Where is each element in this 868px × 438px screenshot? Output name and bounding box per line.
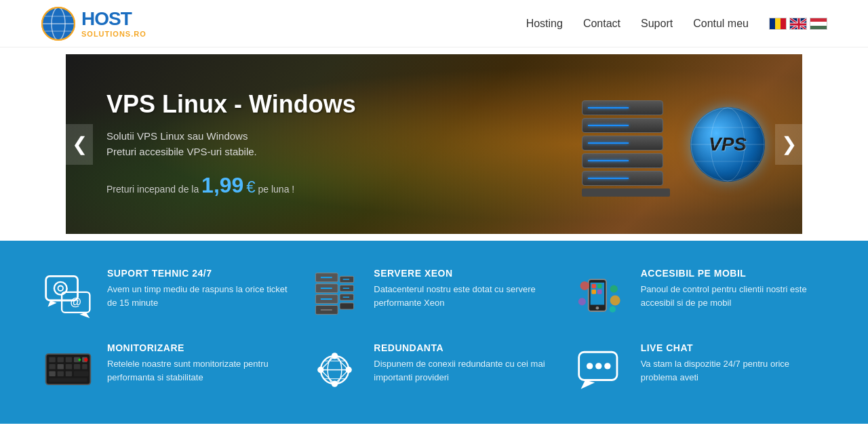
svg-rect-61: [49, 378, 87, 382]
feature-redundanta-text: REDUNDANTA Dispunem de conexii redundant…: [374, 342, 560, 384]
feature-monitorizare-text: MONITORIZARE Retelele noastre sunt monit…: [107, 342, 294, 384]
hero-title: VPS Linux - Windows: [106, 90, 504, 119]
svg-rect-37: [592, 283, 597, 288]
svg-point-79: [595, 363, 601, 369]
header: HOST SOLUTIONS.RO Hosting Contact Suport…: [0, 0, 868, 47]
logo-host-text: HOST: [81, 9, 146, 30]
svg-point-14: [58, 285, 63, 291]
svg-rect-55: [73, 364, 79, 370]
redundanta-icon: [307, 342, 361, 397]
main-nav: Hosting Contact Suport Contul meu: [526, 18, 827, 30]
svg-point-36: [596, 306, 599, 309]
chat-icon: [574, 342, 629, 397]
svg-rect-40: [597, 290, 602, 294]
flag-hungary[interactable]: [810, 18, 827, 30]
svg-rect-30: [340, 302, 354, 308]
feature-livechat-text: LIVE CHAT Va stam la dispozitie 24/7 pen…: [641, 342, 827, 384]
svg-rect-38: [597, 283, 602, 288]
features-section: @ SUPORT TEHNIC 24/7 Avem un timp mediu …: [0, 241, 868, 424]
features-grid: @ SUPORT TEHNIC 24/7 Avem un timp mediu …: [41, 268, 827, 397]
nav-hosting[interactable]: Hosting: [526, 18, 563, 30]
carousel-next-button[interactable]: ❯: [775, 124, 802, 165]
vps-globe: VPS: [690, 107, 765, 182]
svg-point-42: [610, 285, 618, 292]
flag-romania[interactable]: [769, 18, 787, 30]
svg-rect-39: [592, 290, 597, 294]
hero-image: VPS: [545, 54, 802, 234]
nav-contact[interactable]: Contact: [583, 18, 620, 30]
feature-mobil-text: ACCESIBIL PE MOBIL Panoul de control pen…: [641, 268, 827, 309]
svg-rect-53: [57, 364, 63, 370]
svg-point-62: [83, 357, 87, 361]
hero-content: VPS Linux - Windows Solutii VPS Linux sa…: [66, 70, 545, 218]
hero-banner: ❮ VPS Linux - Windows Solutii VPS Linux …: [66, 54, 802, 234]
logo[interactable]: HOST SOLUTIONS.RO: [41, 6, 146, 41]
svg-point-80: [604, 363, 610, 369]
svg-point-45: [610, 306, 616, 312]
hero-subtitle: Solutii VPS Linux sau Windows Preturi ac…: [106, 129, 504, 159]
logo-solutions-text: SOLUTIONS.RO: [81, 30, 146, 38]
svg-text:@: @: [70, 295, 81, 308]
feature-mobil: ACCESIBIL PE MOBIL Panoul de control pen…: [574, 268, 827, 322]
flag-uk[interactable]: [789, 18, 807, 30]
language-flags: [769, 18, 827, 30]
mobile-icon: [574, 268, 629, 322]
feature-servere-text: SERVERE XEON Datacenterul nostru este do…: [374, 268, 560, 309]
logo-globe-icon: [41, 6, 76, 41]
feature-livechat: LIVE CHAT Va stam la dispozitie 24/7 pen…: [574, 342, 827, 397]
svg-marker-18: [79, 312, 90, 317]
feature-suport: @ SUPORT TEHNIC 24/7 Avem un timp mediu …: [41, 268, 294, 322]
nav-contul-meu[interactable]: Contul meu: [693, 18, 749, 30]
svg-rect-59: [65, 371, 71, 376]
feature-servere: SERVERE XEON Datacenterul nostru este do…: [307, 268, 560, 322]
svg-rect-60: [73, 371, 88, 376]
server-xeon-icon: [307, 268, 361, 322]
hero-currency: €: [246, 178, 255, 196]
hero-price-line: Preturi incepand de la 1,99 € pe luna !: [106, 173, 504, 198]
svg-rect-58: [57, 371, 63, 376]
feature-suport-text: SUPORT TEHNIC 24/7 Avem un timp mediu de…: [107, 268, 294, 309]
server-illustration: [582, 100, 663, 188]
svg-rect-48: [57, 357, 63, 362]
monitor-icon: [41, 342, 95, 397]
svg-rect-49: [65, 357, 71, 362]
feature-redundanta: REDUNDANTA Dispunem de conexii redundant…: [307, 342, 560, 397]
svg-point-43: [610, 295, 620, 305]
svg-rect-47: [49, 357, 55, 362]
svg-point-78: [587, 363, 593, 369]
svg-rect-57: [49, 371, 55, 376]
svg-point-41: [580, 281, 589, 290]
support-icon: @: [41, 268, 95, 322]
nav-suport[interactable]: Suport: [641, 18, 673, 30]
svg-point-44: [578, 298, 586, 305]
svg-point-63: [78, 358, 81, 361]
svg-rect-54: [65, 364, 71, 370]
carousel-prev-button[interactable]: ❮: [66, 124, 93, 165]
feature-monitorizare: MONITORIZARE Retelele noastre sunt monit…: [41, 342, 294, 397]
svg-marker-81: [581, 380, 595, 389]
svg-rect-56: [82, 364, 87, 370]
hero-price: 1,99: [201, 173, 243, 197]
svg-rect-52: [49, 364, 55, 370]
